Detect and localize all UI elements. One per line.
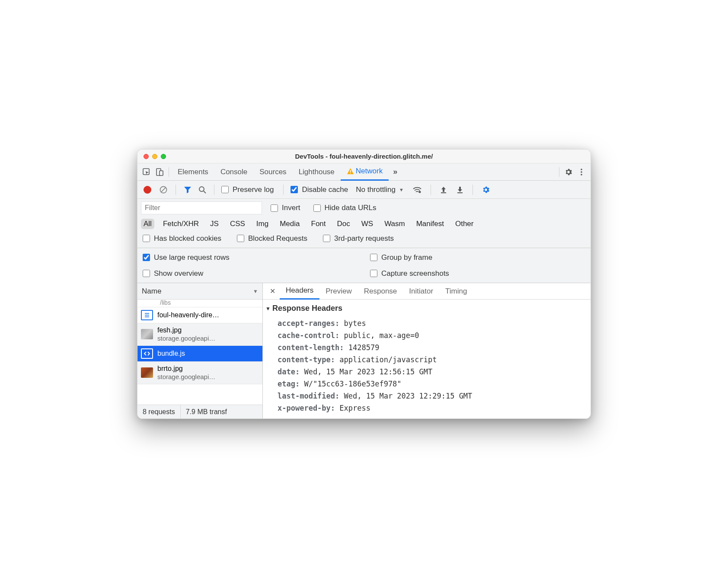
blocked-requests-checkbox[interactable]: Blocked Requests bbox=[235, 233, 307, 243]
disable-cache-checkbox[interactable]: Disable cache bbox=[289, 185, 348, 195]
type-filter-all[interactable]: All bbox=[141, 219, 154, 229]
type-filter-doc[interactable]: Doc bbox=[335, 219, 353, 229]
disable-cache-label: Disable cache bbox=[302, 185, 348, 194]
tab-sources[interactable]: Sources bbox=[253, 163, 292, 181]
header-line: etag: W/"15cc63-186e53ef978" bbox=[265, 378, 588, 390]
request-rows: /libs foul-heavenly-dire…fesh.jpgstorage… bbox=[137, 300, 262, 405]
type-filter-js[interactable]: JS bbox=[208, 219, 221, 229]
download-har-icon[interactable] bbox=[456, 186, 464, 194]
tab-lighthouse[interactable]: Lighthouse bbox=[293, 163, 341, 181]
type-filter-media[interactable]: Media bbox=[277, 219, 302, 229]
type-filter-ws[interactable]: WS bbox=[359, 219, 376, 229]
content-area: Name ▼ /libs foul-heavenly-dire…fesh.jpg… bbox=[137, 283, 591, 418]
header-line: accept-ranges: bytes bbox=[265, 317, 588, 329]
show-overview-checkbox[interactable]: Show overview bbox=[141, 268, 355, 278]
type-filter-wasm[interactable]: Wasm bbox=[382, 219, 408, 229]
separator bbox=[176, 185, 176, 195]
header-value: application/javascript bbox=[335, 355, 437, 364]
third-party-checkbox[interactable]: 3rd-party requests bbox=[321, 233, 394, 243]
detail-tab-initiator[interactable]: Initiator bbox=[403, 283, 439, 300]
svg-point-7 bbox=[581, 174, 582, 176]
status-bar: 8 requests 7.9 MB transf bbox=[137, 405, 262, 418]
request-row[interactable]: foul-heavenly-dire… bbox=[137, 307, 262, 323]
header-value: public, max-age=0 bbox=[339, 331, 419, 340]
request-row[interactable]: bundle.js bbox=[137, 346, 262, 362]
headers-body: ▼ Response Headers accept-ranges: bytesc… bbox=[263, 300, 591, 418]
filter-toggle-icon[interactable] bbox=[184, 186, 192, 194]
type-filter-font[interactable]: Font bbox=[309, 219, 329, 229]
tab-console[interactable]: Console bbox=[214, 163, 253, 181]
header-value: Wed, 15 Mar 2023 12:29:15 GMT bbox=[339, 392, 472, 400]
transfer-size: 7.9 MB transf bbox=[181, 405, 232, 418]
upload-har-icon[interactable] bbox=[440, 186, 447, 194]
device-toolbar-icon[interactable] bbox=[153, 166, 166, 179]
header-key: content-type: bbox=[278, 355, 335, 364]
network-conditions-icon[interactable] bbox=[412, 186, 422, 194]
chevron-down-icon[interactable]: ▼ bbox=[399, 187, 404, 192]
header-value: Wed, 15 Mar 2023 12:56:15 GMT bbox=[300, 367, 432, 376]
inspect-icon[interactable] bbox=[140, 166, 153, 179]
image-thumbnail-icon bbox=[141, 329, 153, 339]
capture-screenshots-checkbox[interactable]: Capture screenshots bbox=[368, 268, 583, 278]
request-row[interactable]: brrto.jpgstorage.googleapi… bbox=[137, 362, 262, 384]
header-key: cache-control: bbox=[278, 331, 339, 340]
header-value: bytes bbox=[339, 319, 366, 328]
kebab-menu-icon[interactable] bbox=[575, 166, 588, 179]
header-line: content-length: 1428579 bbox=[265, 341, 588, 354]
detail-tab-headers[interactable]: Headers bbox=[280, 283, 319, 300]
request-row[interactable]: fesh.jpgstorage.googleapi… bbox=[137, 323, 262, 346]
close-detail-button[interactable]: ✕ bbox=[265, 287, 280, 295]
header-key: accept-ranges: bbox=[278, 319, 339, 328]
network-toolbar: Preserve log Disable cache No throttling… bbox=[137, 181, 591, 199]
large-rows-checkbox[interactable]: Use large request rows bbox=[141, 252, 355, 262]
record-button[interactable] bbox=[144, 186, 151, 194]
type-filter-other[interactable]: Other bbox=[453, 219, 476, 229]
separator bbox=[283, 185, 284, 195]
titlebar: DevTools - foul-heavenly-direction.glitc… bbox=[137, 150, 591, 163]
more-tabs-button[interactable]: » bbox=[389, 167, 402, 176]
svg-point-6 bbox=[581, 171, 582, 173]
tab-elements[interactable]: Elements bbox=[172, 163, 214, 181]
type-filter-img[interactable]: Img bbox=[254, 219, 271, 229]
separator bbox=[559, 167, 559, 177]
type-filter-fetchxhr[interactable]: Fetch/XHR bbox=[160, 219, 201, 229]
tab-network[interactable]: Network bbox=[341, 163, 389, 181]
type-filter-css[interactable]: CSS bbox=[227, 219, 248, 229]
header-value: W/"15cc63-186e53ef978" bbox=[300, 380, 401, 388]
svg-point-5 bbox=[581, 169, 582, 170]
svg-point-10 bbox=[199, 187, 204, 191]
window-title: DevTools - foul-heavenly-direction.glitc… bbox=[137, 153, 591, 160]
header-key: etag: bbox=[278, 380, 300, 388]
chevron-down-icon: ▼ bbox=[253, 288, 258, 294]
detail-tab-timing[interactable]: Timing bbox=[439, 283, 473, 300]
detail-panel: ✕ HeadersPreviewResponseInitiatorTiming … bbox=[263, 283, 591, 418]
script-icon bbox=[141, 348, 153, 359]
header-key: content-length: bbox=[278, 343, 344, 352]
blocked-cookies-checkbox[interactable]: Has blocked cookies bbox=[141, 233, 221, 243]
network-settings-icon[interactable] bbox=[482, 185, 490, 194]
svg-point-12 bbox=[418, 191, 421, 193]
name-column-header[interactable]: Name ▼ bbox=[137, 283, 262, 300]
resource-type-filters: AllFetch/XHRJSCSSImgMediaFontDocWSWasmMa… bbox=[137, 217, 591, 233]
request-name: fesh.jpg bbox=[157, 326, 215, 335]
response-headers-section[interactable]: ▼ Response Headers bbox=[265, 304, 588, 313]
detail-tabs: ✕ HeadersPreviewResponseInitiatorTiming bbox=[263, 283, 591, 300]
type-filter-manifest[interactable]: Manifest bbox=[414, 219, 447, 229]
settings-icon[interactable] bbox=[562, 166, 575, 179]
request-count: 8 requests bbox=[137, 405, 181, 418]
svg-line-9 bbox=[161, 187, 166, 192]
clear-icon[interactable] bbox=[159, 185, 168, 194]
detail-tab-preview[interactable]: Preview bbox=[319, 283, 358, 300]
detail-tab-response[interactable]: Response bbox=[358, 283, 403, 300]
invert-checkbox[interactable]: Invert bbox=[269, 203, 300, 213]
group-by-frame-checkbox[interactable]: Group by frame bbox=[368, 252, 583, 262]
search-icon[interactable] bbox=[198, 186, 206, 194]
filter-input[interactable] bbox=[141, 201, 262, 214]
header-value: Express bbox=[335, 404, 370, 412]
throttling-select[interactable]: No throttling bbox=[356, 185, 396, 194]
network-options: Use large request rows Group by frame Sh… bbox=[137, 248, 591, 283]
devtools-window: DevTools - foul-heavenly-direction.glitc… bbox=[137, 149, 591, 419]
hide-data-urls-checkbox[interactable]: Hide data URLs bbox=[312, 203, 377, 213]
preserve-log-checkbox[interactable]: Preserve log bbox=[220, 185, 274, 195]
truncated-row: /libs bbox=[137, 300, 262, 307]
